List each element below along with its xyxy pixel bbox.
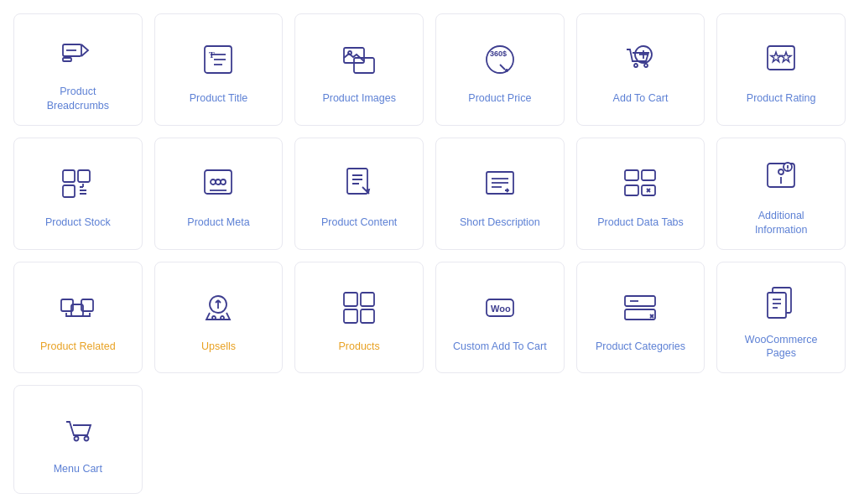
- menu-cart-label: Menu Cart: [54, 462, 102, 476]
- svg-text:Woo: Woo: [491, 304, 511, 314]
- svg-point-68: [74, 436, 78, 440]
- svg-rect-60: [625, 296, 655, 306]
- add-to-cart-label: Add To Cart: [613, 91, 669, 106]
- product-breadcrumbs-icon: [55, 29, 102, 76]
- svg-point-69: [84, 436, 88, 440]
- custom-add-to-cart-card[interactable]: Woo Custom Add To Cart: [435, 262, 565, 374]
- product-data-tabs-label: Product Data Tabs: [597, 216, 684, 230]
- svg-point-29: [221, 179, 226, 184]
- custom-add-to-cart-label: Custom Add To Cart: [453, 340, 547, 354]
- product-rating-label: Product Rating: [747, 91, 816, 106]
- svg-point-44: [787, 169, 789, 170]
- svg-point-18: [634, 64, 638, 67]
- svg-rect-54: [344, 293, 357, 306]
- product-breadcrumbs-label: Product Breadcrumbs: [47, 85, 109, 113]
- svg-rect-37: [625, 185, 638, 195]
- svg-line-13: [500, 65, 505, 70]
- svg-marker-21: [771, 52, 781, 62]
- add-to-cart-icon: [617, 36, 664, 83]
- product-meta-label: Product Meta: [187, 216, 249, 230]
- product-title-label: Product Title: [190, 91, 247, 106]
- custom-add-to-cart-icon: Woo: [476, 284, 523, 331]
- product-data-tabs-icon: [617, 160, 664, 207]
- woocommerce-pages-card[interactable]: WooCommerce Pages: [716, 262, 846, 374]
- product-images-card[interactable]: Product Images: [294, 13, 424, 126]
- product-categories-card[interactable]: Product Categories: [576, 262, 705, 374]
- upsells-icon: [195, 284, 242, 331]
- add-to-cart-card[interactable]: Add To Cart: [576, 13, 705, 126]
- products-icon: [336, 284, 383, 331]
- product-title-card[interactable]: T Product Title: [154, 13, 284, 126]
- product-price-card[interactable]: 360$ Product Price: [435, 13, 565, 126]
- product-related-icon: [55, 284, 102, 331]
- svg-rect-2: [63, 58, 71, 61]
- product-rating-card[interactable]: Product Rating: [716, 13, 846, 126]
- product-stock-icon: [55, 160, 102, 207]
- product-related-label: Product Related: [40, 340, 116, 354]
- svg-rect-36: [642, 170, 655, 180]
- product-categories-icon: [617, 284, 664, 331]
- product-categories-label: Product Categories: [596, 340, 685, 354]
- product-stock-card[interactable]: Product Stock: [13, 138, 143, 250]
- upsells-label: Upsells: [201, 340, 236, 354]
- additional-information-icon: [757, 153, 804, 200]
- product-meta-card[interactable]: Product Meta: [154, 138, 284, 250]
- product-stock-label: Product Stock: [45, 216, 111, 230]
- widget-grid: Product Breadcrumbs T Product Title Prod…: [13, 13, 846, 494]
- svg-rect-55: [361, 293, 374, 306]
- svg-point-14: [505, 69, 508, 72]
- svg-rect-20: [768, 46, 794, 70]
- woocommerce-pages-icon: [757, 278, 804, 325]
- additional-information-card[interactable]: Additional Information: [716, 138, 846, 250]
- product-rating-icon: [757, 36, 804, 83]
- product-data-tabs-card[interactable]: Product Data Tabs: [576, 138, 705, 250]
- short-description-icon: [476, 160, 523, 207]
- product-related-card[interactable]: Product Related: [13, 262, 143, 374]
- product-images-icon: [336, 36, 383, 83]
- svg-rect-56: [344, 309, 357, 323]
- product-price-icon: 360$: [476, 36, 523, 83]
- menu-cart-icon: [55, 407, 102, 454]
- svg-rect-24: [63, 185, 75, 197]
- product-images-label: Product Images: [322, 91, 396, 106]
- short-description-card[interactable]: Short Description: [435, 138, 565, 250]
- additional-information-label: Additional Information: [755, 209, 808, 237]
- product-meta-icon: [195, 160, 242, 207]
- svg-text:360$: 360$: [490, 49, 507, 58]
- product-content-label: Product Content: [321, 216, 397, 230]
- svg-rect-35: [625, 170, 638, 180]
- svg-point-19: [644, 64, 648, 67]
- upsells-card[interactable]: Upsells: [154, 262, 284, 374]
- product-title-icon: T: [195, 36, 242, 83]
- product-breadcrumbs-card[interactable]: Product Breadcrumbs: [13, 13, 143, 126]
- product-content-icon: [336, 160, 383, 207]
- svg-point-40: [778, 169, 784, 174]
- woocommerce-pages-label: WooCommerce Pages: [745, 333, 818, 361]
- svg-rect-64: [768, 293, 786, 318]
- svg-point-53: [221, 316, 224, 320]
- svg-rect-23: [63, 170, 75, 182]
- product-price-label: Product Price: [468, 91, 531, 106]
- svg-rect-57: [361, 309, 374, 323]
- svg-text:T: T: [209, 50, 215, 60]
- product-content-card[interactable]: Product Content: [294, 138, 424, 250]
- products-label: Products: [338, 340, 379, 354]
- svg-rect-25: [78, 170, 90, 182]
- menu-cart-card[interactable]: Menu Cart: [13, 385, 143, 494]
- products-card[interactable]: Products: [294, 262, 424, 374]
- svg-point-52: [212, 316, 216, 320]
- short-description-label: Short Description: [460, 216, 540, 230]
- svg-marker-22: [781, 52, 791, 62]
